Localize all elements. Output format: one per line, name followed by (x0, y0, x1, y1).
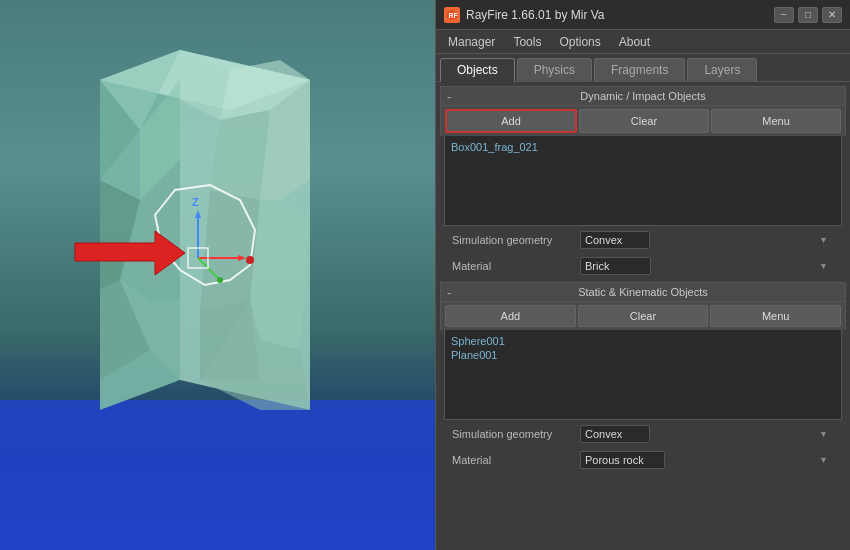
dynamic-material-label: Material (452, 260, 572, 272)
static-sim-geo-row: Simulation geometry ConvexConcaveBoxSphe… (444, 422, 842, 446)
tab-fragments[interactable]: Fragments (594, 58, 685, 81)
static-material-select-wrapper: Porous rockBrickConcreteGlassMetal (580, 451, 834, 469)
dynamic-sim-geo-label: Simulation geometry (452, 234, 572, 246)
viewport-3d[interactable]: Z (0, 0, 435, 550)
static-menu-button[interactable]: Menu (710, 305, 841, 327)
app-icon: RF (444, 7, 460, 23)
list-item[interactable]: Sphere001 (449, 334, 837, 348)
static-section: - Static & Kinematic Objects Add Clear M… (440, 282, 846, 472)
maximize-button[interactable]: □ (798, 7, 818, 23)
dynamic-clear-button[interactable]: Clear (579, 109, 709, 133)
menu-item-about[interactable]: About (611, 33, 658, 51)
dynamic-section-title: Dynamic / Impact Objects (580, 90, 705, 102)
static-add-button[interactable]: Add (445, 305, 576, 327)
svg-text:Z: Z (192, 196, 199, 208)
close-button[interactable]: ✕ (822, 7, 842, 23)
list-item[interactable]: Box001_frag_021 (449, 140, 837, 154)
static-btn-row: Add Clear Menu (440, 302, 846, 330)
dynamic-material-row: Material BrickConcreteGlassMetalWood (444, 254, 842, 278)
tabs-row: ObjectsPhysicsFragmentsLayers (436, 54, 850, 82)
dynamic-list-box[interactable]: Box001_frag_021 (444, 136, 842, 226)
rayfire-panel: RF RayFire 1.66.01 by Mir Va − □ ✕ Manag… (435, 0, 850, 550)
static-sim-geo-select-wrapper: ConvexConcaveBoxSphere (580, 425, 834, 443)
tab-objects[interactable]: Objects (440, 58, 515, 82)
dynamic-section: - Dynamic / Impact Objects Add Clear Men… (440, 86, 846, 278)
static-material-row: Material Porous rockBrickConcreteGlassMe… (444, 448, 842, 472)
tab-physics[interactable]: Physics (517, 58, 592, 81)
svg-point-28 (217, 277, 223, 283)
dynamic-btn-row: Add Clear Menu (440, 106, 846, 136)
static-material-label: Material (452, 454, 572, 466)
minimize-button[interactable]: − (774, 7, 794, 23)
dynamic-material-select-wrapper: BrickConcreteGlassMetalWood (580, 257, 834, 275)
dynamic-menu-button[interactable]: Menu (711, 109, 841, 133)
panel-content: - Dynamic / Impact Objects Add Clear Men… (436, 82, 850, 550)
static-sim-geo-label: Simulation geometry (452, 428, 572, 440)
static-section-header: - Static & Kinematic Objects (440, 282, 846, 302)
title-bar-left: RF RayFire 1.66.01 by Mir Va (444, 7, 605, 23)
dynamic-section-header: - Dynamic / Impact Objects (440, 86, 846, 106)
menu-item-tools[interactable]: Tools (505, 33, 549, 51)
title-text: RayFire 1.66.01 by Mir Va (466, 8, 605, 22)
title-bar: RF RayFire 1.66.01 by Mir Va − □ ✕ (436, 0, 850, 30)
svg-point-26 (246, 256, 254, 264)
dynamic-material-select[interactable]: BrickConcreteGlassMetalWood (580, 257, 651, 275)
list-item[interactable]: Plane001 (449, 348, 837, 362)
menubar: ManagerToolsOptionsAbout (436, 30, 850, 54)
static-section-title: Static & Kinematic Objects (578, 286, 708, 298)
dynamic-sim-geo-row: Simulation geometry ConvexConcaveBoxSphe… (444, 228, 842, 252)
svg-marker-17 (250, 200, 310, 350)
dynamic-sim-geo-select-wrapper: ConvexConcaveBoxSphere (580, 231, 834, 249)
static-clear-button[interactable]: Clear (578, 305, 709, 327)
static-material-select[interactable]: Porous rockBrickConcreteGlassMetal (580, 451, 665, 469)
svg-rect-0 (0, 400, 435, 550)
menu-item-options[interactable]: Options (551, 33, 608, 51)
static-sim-geo-select[interactable]: ConvexConcaveBoxSphere (580, 425, 650, 443)
menu-item-manager[interactable]: Manager (440, 33, 503, 51)
dynamic-collapse-icon[interactable]: - (447, 89, 451, 104)
static-collapse-icon[interactable]: - (447, 285, 451, 300)
dynamic-add-button[interactable]: Add (445, 109, 577, 133)
tab-layers[interactable]: Layers (687, 58, 757, 81)
svg-text:RF: RF (449, 12, 459, 19)
title-controls: − □ ✕ (774, 7, 842, 23)
static-list-box[interactable]: Sphere001Plane001 (444, 330, 842, 420)
dynamic-sim-geo-select[interactable]: ConvexConcaveBoxSphere (580, 231, 650, 249)
